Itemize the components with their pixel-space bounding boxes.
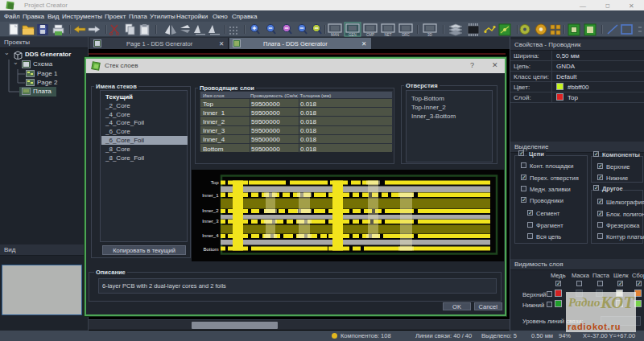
- svg-text:Inner_1: Inner_1: [202, 193, 219, 198]
- svg-text:Bottom: Bottom: [203, 247, 218, 252]
- svg-text:Inner_3: Inner_3: [202, 219, 219, 224]
- svg-text:Inner_2: Inner_2: [202, 208, 219, 213]
- svg-text:Top: Top: [211, 180, 219, 185]
- svg-text:Inner_4: Inner_4: [202, 233, 219, 238]
